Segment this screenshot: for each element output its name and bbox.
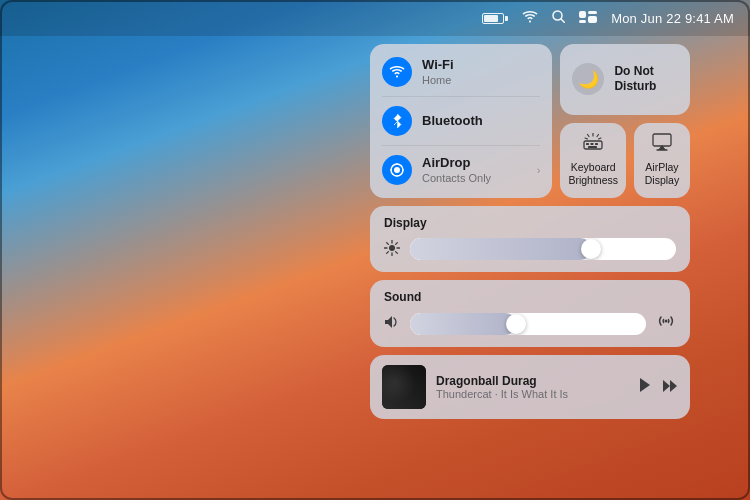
svg-line-15 bbox=[585, 138, 588, 139]
svg-rect-8 bbox=[586, 143, 589, 145]
wifi-subtitle: Home bbox=[422, 73, 540, 87]
keyboard-brightness-icon bbox=[582, 133, 604, 156]
airplay-sound-icon[interactable] bbox=[656, 312, 676, 335]
sound-title: Sound bbox=[384, 290, 676, 304]
wifi-item[interactable]: Wi-Fi Home bbox=[382, 54, 540, 90]
track-title: Dragonball Durag bbox=[436, 374, 628, 388]
airdrop-item[interactable]: AirDrop Contacts Only › bbox=[382, 152, 540, 188]
airdrop-icon bbox=[382, 155, 412, 185]
track-info: Dragonball Durag Thundercat · It Is What… bbox=[436, 374, 628, 400]
svg-line-1 bbox=[561, 19, 565, 23]
wifi-menubar-icon[interactable] bbox=[522, 11, 538, 26]
sound-tile: Sound bbox=[370, 280, 690, 347]
small-tiles-row: KeyboardBrightness AirPlayDisplay bbox=[560, 123, 690, 198]
battery-icon bbox=[482, 13, 508, 24]
airplay-display-label: AirPlayDisplay bbox=[645, 161, 679, 188]
divider-1 bbox=[382, 96, 540, 97]
wifi-text: Wi-Fi Home bbox=[422, 57, 540, 87]
bluetooth-text: Bluetooth bbox=[422, 113, 540, 129]
svg-line-14 bbox=[597, 134, 599, 136]
brightness-icon bbox=[384, 240, 400, 259]
svg-rect-5 bbox=[588, 16, 597, 23]
display-slider[interactable] bbox=[410, 238, 676, 260]
keyboard-brightness-tile[interactable]: KeyboardBrightness bbox=[560, 123, 626, 198]
bluetooth-icon bbox=[382, 106, 412, 136]
svg-marker-28 bbox=[640, 378, 650, 392]
dnd-icon: 🌙 bbox=[572, 63, 604, 95]
keyboard-brightness-label: KeyboardBrightness bbox=[568, 161, 618, 188]
album-art-pattern bbox=[382, 365, 426, 409]
svg-line-24 bbox=[396, 251, 398, 253]
sound-slider[interactable] bbox=[410, 313, 646, 335]
wifi-icon bbox=[382, 57, 412, 87]
svg-marker-29 bbox=[663, 380, 670, 392]
wifi-name: Wi-Fi bbox=[422, 57, 540, 73]
svg-line-25 bbox=[396, 242, 398, 244]
display-slider-row bbox=[384, 238, 676, 260]
svg-line-13 bbox=[588, 134, 590, 136]
dnd-label: Do NotDisturb bbox=[614, 64, 656, 95]
sound-slider-row bbox=[384, 312, 676, 335]
svg-point-6 bbox=[394, 167, 400, 173]
volume-icon bbox=[384, 315, 400, 332]
airdrop-subtitle: Contacts Only bbox=[422, 171, 527, 185]
svg-rect-11 bbox=[588, 146, 597, 148]
network-tile: Wi-Fi Home Bluetooth bbox=[370, 44, 552, 198]
display-title: Display bbox=[384, 216, 676, 230]
svg-point-18 bbox=[389, 245, 395, 251]
airdrop-name: AirDrop bbox=[422, 155, 527, 171]
airplay-display-icon bbox=[651, 133, 673, 156]
airplay-display-tile[interactable]: AirPlayDisplay bbox=[634, 123, 690, 198]
sound-slider-thumb bbox=[506, 314, 526, 334]
bluetooth-name: Bluetooth bbox=[422, 113, 540, 129]
control-center-menubar-icon[interactable] bbox=[579, 11, 597, 26]
album-art bbox=[382, 365, 426, 409]
svg-rect-17 bbox=[653, 134, 671, 146]
now-playing-tile: Dragonball Durag Thundercat · It Is What… bbox=[370, 355, 690, 419]
control-center-panel: Wi-Fi Home Bluetooth bbox=[370, 44, 690, 419]
display-slider-thumb bbox=[581, 239, 601, 259]
menubar-datetime: Mon Jun 22 9:41 AM bbox=[611, 11, 734, 26]
skip-button[interactable] bbox=[662, 379, 678, 396]
svg-rect-2 bbox=[579, 11, 586, 18]
airdrop-text: AirDrop Contacts Only bbox=[422, 155, 527, 185]
svg-line-26 bbox=[387, 251, 389, 253]
menubar-right: Mon Jun 22 9:41 AM bbox=[482, 10, 734, 26]
menubar: Mon Jun 22 9:41 AM bbox=[0, 0, 750, 36]
airdrop-chevron: › bbox=[537, 164, 541, 176]
svg-rect-10 bbox=[595, 143, 598, 145]
display-tile: Display bbox=[370, 206, 690, 272]
sound-slider-fill bbox=[410, 313, 516, 335]
svg-line-16 bbox=[599, 138, 602, 139]
bluetooth-item[interactable]: Bluetooth bbox=[382, 103, 540, 139]
svg-line-23 bbox=[387, 242, 389, 244]
track-artist: Thundercat · It Is What It Is bbox=[436, 388, 628, 400]
svg-rect-4 bbox=[588, 11, 597, 14]
dnd-tile[interactable]: 🌙 Do NotDisturb bbox=[560, 44, 690, 115]
svg-point-27 bbox=[665, 320, 668, 323]
playback-controls bbox=[638, 377, 678, 397]
play-button[interactable] bbox=[638, 377, 652, 397]
search-menubar-icon[interactable] bbox=[552, 10, 565, 26]
svg-rect-9 bbox=[591, 143, 594, 145]
top-row: Wi-Fi Home Bluetooth bbox=[370, 44, 690, 198]
display-slider-fill bbox=[410, 238, 591, 260]
right-column: 🌙 Do NotDisturb bbox=[560, 44, 690, 198]
svg-rect-3 bbox=[579, 20, 586, 23]
divider-2 bbox=[382, 145, 540, 146]
svg-marker-30 bbox=[670, 380, 677, 392]
